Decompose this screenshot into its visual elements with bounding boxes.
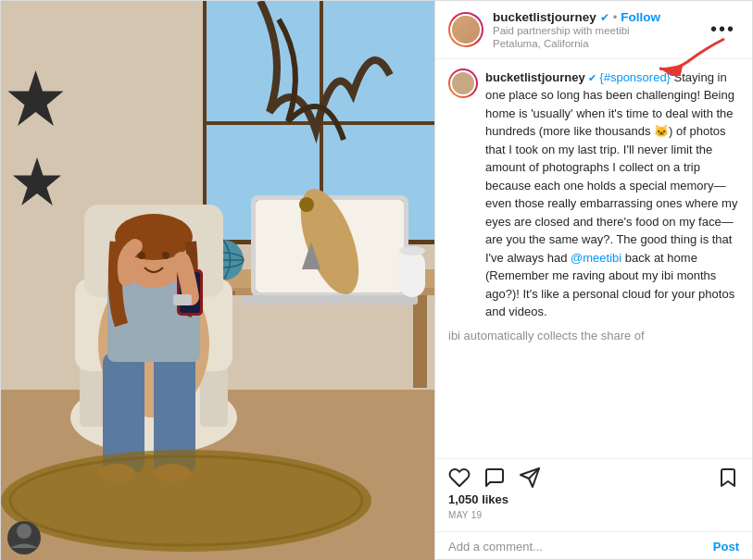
svg-point-49 — [17, 524, 31, 539]
post-image — [1, 1, 434, 560]
overflow-text: ibi automatically collects the share of — [448, 329, 739, 342]
comment-avatar[interactable] — [448, 68, 478, 98]
post-content[interactable]: bucketlistjourney ✔ {#sponsored} Staying… — [435, 59, 752, 458]
post-header: bucketlistjourney ✔ • Follow Paid partne… — [435, 1, 752, 59]
post-actions-bar: 1,050 likes MAY 19 — [435, 458, 752, 531]
dot-separator: • — [613, 10, 618, 24]
comment-body: bucketlistjourney ✔ {#sponsored} Staying… — [485, 68, 739, 321]
share-icon — [519, 467, 541, 489]
action-icons-row — [448, 467, 739, 489]
post-date: MAY 19 — [448, 510, 739, 520]
post-container: bucketlistjourney ✔ • Follow Paid partne… — [0, 0, 753, 560]
username[interactable]: bucketlistjourney — [493, 10, 596, 24]
sponsored-tag[interactable]: {#sponsored} — [599, 70, 671, 84]
likes-count: 1,050 likes — [448, 492, 739, 506]
svg-point-46 — [1, 450, 371, 552]
follow-button[interactable]: Follow — [621, 10, 660, 24]
location-text: Petaluma, California — [493, 38, 707, 49]
username-row: bucketlistjourney ✔ • Follow — [493, 10, 707, 24]
bookmark-icon — [717, 467, 739, 489]
svg-rect-19 — [242, 295, 418, 305]
more-options-button[interactable]: ••• — [707, 19, 739, 40]
avatar[interactable] — [448, 12, 483, 47]
bookmark-button[interactable] — [717, 467, 739, 489]
speech-bubble-icon — [483, 467, 506, 489]
svg-rect-20 — [399, 251, 425, 297]
mention-meetibi[interactable]: @meetibi — [571, 251, 621, 265]
main-comment-row: bucketlistjourney ✔ {#sponsored} Staying… — [448, 68, 739, 321]
add-comment-row: Post — [435, 531, 752, 560]
like-button[interactable] — [448, 467, 471, 489]
svg-point-40 — [162, 252, 169, 259]
post-comment-button[interactable]: Post — [713, 540, 739, 554]
heart-icon — [448, 467, 471, 489]
svg-rect-13 — [413, 295, 427, 388]
comment-username[interactable]: bucketlistjourney — [485, 70, 585, 84]
share-button[interactable] — [519, 467, 541, 489]
svg-rect-43 — [173, 294, 192, 305]
partnership-text: Paid partnership with meetibi — [493, 24, 707, 38]
comment-button[interactable] — [483, 467, 506, 489]
right-panel: bucketlistjourney ✔ • Follow Paid partne… — [434, 1, 752, 560]
svg-point-18 — [299, 197, 314, 212]
svg-point-39 — [138, 252, 145, 259]
svg-point-21 — [399, 246, 425, 255]
add-comment-input[interactable] — [448, 540, 713, 554]
verified-badge: ✔ — [600, 11, 609, 24]
comment-text-body: Staying in one place so long has been ch… — [485, 70, 737, 265]
header-info: bucketlistjourney ✔ • Follow Paid partne… — [493, 10, 707, 49]
verified-icon: ✔ — [588, 72, 599, 83]
